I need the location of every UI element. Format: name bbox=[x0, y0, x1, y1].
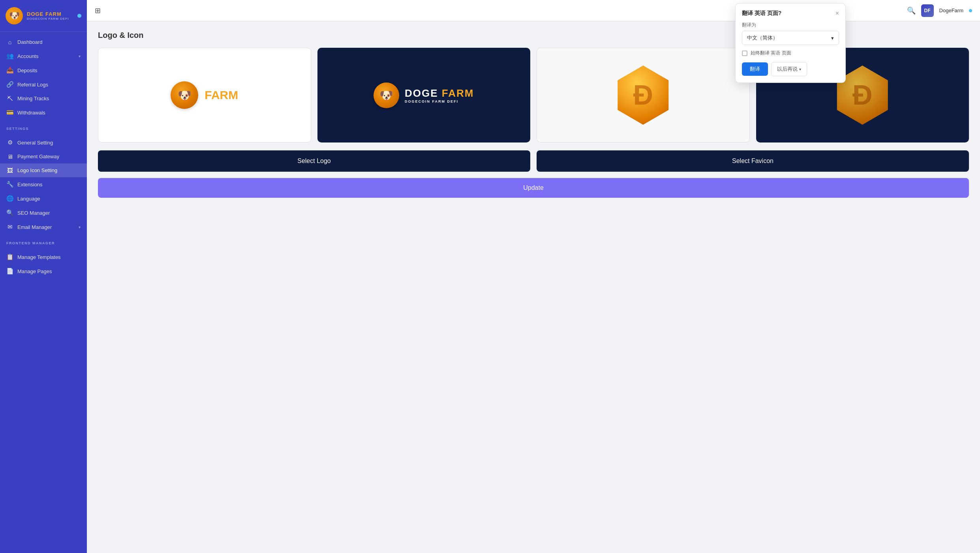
logo-dark-inner: 🐶 DOGE FARM DOGECOIN FARM DEFI bbox=[374, 82, 474, 108]
sidebar-item-label: Deposits bbox=[17, 67, 38, 73]
sidebar-item-language[interactable]: 🌐 Language bbox=[0, 191, 87, 206]
sidebar-item-label: Accounts bbox=[17, 53, 38, 59]
brand-name: DOGE FARM bbox=[27, 11, 69, 17]
sidebar-item-label: Mining Tracks bbox=[17, 96, 49, 101]
farm-text-light: FARM bbox=[205, 88, 238, 102]
select-logo-button[interactable]: Select Logo bbox=[98, 150, 530, 172]
sidebar-item-manage-pages[interactable]: 📄 Manage Pages bbox=[0, 264, 87, 278]
selected-language: 中文（简体） bbox=[747, 34, 778, 41]
user-avatar: DF bbox=[921, 4, 934, 17]
referral-icon: 🔗 bbox=[6, 81, 13, 88]
select-favicon-button[interactable]: Select Favicon bbox=[537, 150, 969, 172]
sidebar-item-payment-gateway[interactable]: 🖥 Payment Gateway bbox=[0, 150, 87, 163]
hex-shape-light bbox=[614, 66, 673, 125]
sidebar-item-label: Dashboard bbox=[17, 39, 43, 45]
sidebar-item-withdrawals[interactable]: 💳 Withdrawals bbox=[0, 105, 87, 120]
seo-icon: 🔍 bbox=[6, 209, 13, 216]
sidebar-item-label: Extensions bbox=[17, 182, 43, 187]
translate-confirm-button[interactable]: 翻译 bbox=[742, 62, 768, 76]
payment-icon: 🖥 bbox=[6, 153, 13, 160]
sidebar-item-label: Language bbox=[17, 196, 40, 202]
brand-dark-sub: DOGECOIN FARM DEFI bbox=[405, 99, 474, 103]
hex-icon-light bbox=[612, 64, 675, 127]
sidebar-item-mining-tracks[interactable]: ⛏ Mining Tracks bbox=[0, 92, 87, 105]
dropdown-chevron-icon: ▾ bbox=[831, 35, 834, 41]
translate-card: 翻译 英语 页面? × 翻译为 中文（简体） ▾ 始终翻译 英语 页面 翻译 以… bbox=[735, 3, 846, 83]
settings-nav: ⚙ General Setting 🖥 Payment Gateway 🖼 Lo… bbox=[0, 132, 87, 237]
sidebar-item-dashboard[interactable]: ⌂ Dashboard bbox=[0, 35, 87, 49]
action-row: Select Logo Select Favicon bbox=[98, 150, 969, 172]
sidebar-item-label: Withdrawals bbox=[17, 110, 45, 116]
logo-icon: 🖼 bbox=[6, 167, 13, 174]
topbar-right: 🔍 DF DogeFarm bbox=[907, 4, 972, 17]
accounts-icon: 👥 bbox=[6, 52, 13, 60]
close-icon[interactable]: × bbox=[835, 10, 839, 17]
logo-light-inner: 🐶 FARM bbox=[171, 81, 238, 109]
doge-circle-light: 🐶 bbox=[171, 81, 198, 109]
email-icon: ✉ bbox=[6, 223, 13, 231]
logo-card-light[interactable]: 🐶 FARM bbox=[98, 48, 311, 142]
brand-dark-text: DOGE FARM DOGECOIN FARM DEFI bbox=[405, 87, 474, 103]
sidebar-item-accounts[interactable]: 👥 Accounts ▾ bbox=[0, 49, 87, 63]
chevron-down-icon: ▾ bbox=[79, 225, 81, 229]
sidebar-item-referral-logs[interactable]: 🔗 Referral Logs bbox=[0, 77, 87, 92]
main-nav: ⌂ Dashboard 👥 Accounts ▾ 📥 Deposits 🔗 Re… bbox=[0, 32, 87, 123]
always-translate-label: 始终翻译 英语 页面 bbox=[751, 50, 791, 56]
search-icon[interactable]: 🔍 bbox=[907, 6, 916, 15]
sidebar-item-extensions[interactable]: 🔧 Extensions bbox=[0, 177, 87, 191]
templates-icon: 📋 bbox=[6, 253, 13, 261]
topbar: ⊞ 🔍 DF DogeFarm bbox=[87, 0, 980, 21]
brand-dark-main: DOGE FARM bbox=[405, 87, 474, 99]
expand-icon[interactable]: ⊞ bbox=[95, 6, 101, 15]
translate-title: 翻译 英语 页面? bbox=[742, 10, 781, 17]
brand-subtitle: DOGECOIN FARM DEFI bbox=[27, 17, 69, 21]
doge-emoji: 🐶 bbox=[178, 89, 191, 102]
sidebar-item-label: Manage Templates bbox=[17, 254, 61, 260]
sidebar-item-deposits[interactable]: 📥 Deposits bbox=[0, 63, 87, 77]
sidebar-item-label: General Setting bbox=[17, 140, 53, 146]
extensions-icon: 🔧 bbox=[6, 181, 13, 188]
always-translate-checkbox[interactable] bbox=[742, 51, 747, 56]
settings-section-label: SETTINGS bbox=[0, 123, 87, 132]
sidebar-item-manage-templates[interactable]: 📋 Manage Templates bbox=[0, 250, 87, 264]
logo-card-hex-light[interactable] bbox=[537, 48, 750, 142]
language-select[interactable]: 中文（简体） ▾ bbox=[742, 31, 839, 45]
mining-icon: ⛏ bbox=[6, 95, 13, 102]
gear-icon: ⚙ bbox=[6, 139, 13, 146]
logo-card-dark[interactable]: 🐶 DOGE FARM DOGECOIN FARM DEFI bbox=[317, 48, 531, 142]
sidebar-item-general-setting[interactable]: ⚙ General Setting bbox=[0, 135, 87, 150]
sidebar-item-email-manager[interactable]: ✉ Email Manager ▾ bbox=[0, 220, 87, 234]
deposits-icon: 📥 bbox=[6, 67, 13, 74]
dashboard-icon: ⌂ bbox=[6, 39, 13, 45]
sidebar-brand: 🐶 DOGE FARM DOGECOIN FARM DEFI bbox=[0, 0, 87, 32]
sidebar-item-label: Manage Pages bbox=[17, 268, 52, 274]
sidebar-item-logo-icon-setting[interactable]: 🖼 Logo Icon Setting bbox=[0, 163, 87, 177]
pages-icon: 📄 bbox=[6, 268, 13, 275]
chevron-down-icon: ▾ bbox=[79, 54, 81, 58]
user-status-dot bbox=[969, 9, 972, 12]
brand-avatar: 🐶 bbox=[6, 7, 23, 24]
language-icon: 🌐 bbox=[6, 195, 13, 202]
translate-header: 翻译 英语 页面? × bbox=[742, 10, 839, 17]
sidebar: 🐶 DOGE FARM DOGECOIN FARM DEFI ⌂ Dashboa… bbox=[0, 0, 87, 553]
brand-text: DOGE FARM DOGECOIN FARM DEFI bbox=[27, 11, 69, 21]
live-indicator bbox=[77, 14, 81, 18]
sidebar-item-label: Referral Logs bbox=[17, 82, 48, 88]
sidebar-item-label: Email Manager bbox=[17, 224, 52, 230]
withdrawals-icon: 💳 bbox=[6, 109, 13, 116]
translate-actions: 翻译 以后再说 ▾ bbox=[742, 62, 839, 76]
later-label: 以后再说 bbox=[777, 66, 798, 73]
frontend-nav: 📋 Manage Templates 📄 Manage Pages bbox=[0, 247, 87, 281]
page-content: Logo & Icon 🐶 FARM 🐶 DOGE FARM DOGEC bbox=[87, 21, 980, 553]
update-button[interactable]: Update bbox=[98, 178, 969, 198]
always-translate-row: 始终翻译 英语 页面 bbox=[742, 50, 839, 56]
main-area: ⊞ 🔍 DF DogeFarm Logo & Icon 🐶 FARM bbox=[87, 0, 980, 553]
translate-to-label: 翻译为 bbox=[742, 22, 839, 28]
translate-later-button[interactable]: 以后再说 ▾ bbox=[771, 62, 807, 76]
username-label: DogeFarm bbox=[939, 7, 963, 13]
doge-circle-dark: 🐶 bbox=[374, 82, 399, 108]
sidebar-item-label: Payment Gateway bbox=[17, 154, 59, 159]
later-chevron-icon: ▾ bbox=[799, 67, 801, 71]
sidebar-item-seo-manager[interactable]: 🔍 SEO Manager bbox=[0, 206, 87, 220]
frontend-section-label: FRONTEND MANAGER bbox=[0, 237, 87, 247]
